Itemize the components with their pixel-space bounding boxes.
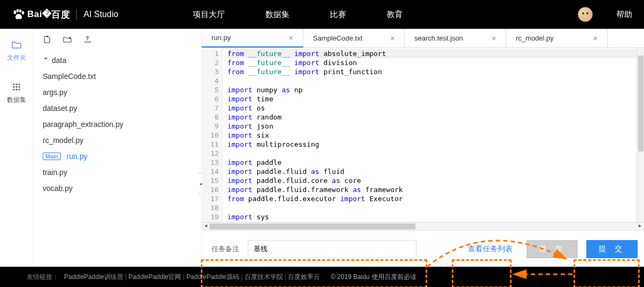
line-gutter: 123456789101112131415161718192021222324 xyxy=(202,48,223,222)
tree-item-label: run.py xyxy=(67,152,88,161)
view-tasks-link[interactable]: 查看任务列表 xyxy=(468,244,513,254)
tree-item-label: dataset.py xyxy=(43,104,77,113)
tree-item-SampleCode-txt[interactable]: SampleCode.txt xyxy=(33,68,201,84)
upload-icon[interactable] xyxy=(83,35,92,44)
tree-item-run-py[interactable]: Mainrun.py xyxy=(33,148,201,164)
close-icon[interactable]: × xyxy=(492,34,496,43)
svg-point-4 xyxy=(13,83,14,85)
svg-point-7 xyxy=(13,86,14,87)
tab-run-py[interactable]: run.py× xyxy=(202,29,303,47)
vertical-scrollbar[interactable] xyxy=(637,48,644,222)
new-folder-icon[interactable] xyxy=(63,35,72,44)
save-button[interactable]: 保 存 xyxy=(527,240,578,258)
tree-item-dataset-py[interactable]: dataset.py xyxy=(33,100,201,116)
help-link[interactable]: 帮助 xyxy=(616,10,632,20)
rail-files-label: 文件夹 xyxy=(7,53,26,62)
tree-item-label: train.py xyxy=(43,168,67,177)
file-panel: ⌃ data SampleCode.txtargs.pydataset.pypa… xyxy=(33,29,202,267)
svg-point-8 xyxy=(15,86,17,87)
close-icon[interactable]: × xyxy=(289,34,293,42)
ai-studio-label: AI Studio xyxy=(83,10,118,19)
svg-point-10 xyxy=(13,89,14,90)
tree-item-args-py[interactable]: args.py xyxy=(33,84,201,100)
new-file-icon[interactable] xyxy=(43,35,51,44)
tree-item-label: rc_model.py xyxy=(43,136,83,145)
editor-area: ◄ run.py×SampleCode.txt×search.test.json… xyxy=(202,29,644,267)
code-editor[interactable]: 123456789101112131415161718192021222324 … xyxy=(202,48,644,222)
tree-item-rc_model-py[interactable]: rc_model.py xyxy=(33,132,201,148)
horizontal-scrollbar[interactable] xyxy=(202,222,644,230)
tree-item-paragraph_extraction-py[interactable]: paragraph_extraction.py xyxy=(33,116,201,132)
tree-folder-data[interactable]: ⌃ data xyxy=(33,52,201,68)
footer: 友情链接： PaddlePaddle训练营 | PaddlePaddle官网 |… xyxy=(0,267,644,287)
rail-files[interactable]: 文件夹 xyxy=(7,39,26,62)
tree-item-vocab-py[interactable]: vocab.py xyxy=(33,180,201,196)
tree-item-train-py[interactable]: train.py xyxy=(33,164,201,180)
main-badge: Main xyxy=(43,153,61,160)
footer-link[interactable]: PaddlePaddle官网 xyxy=(129,273,182,281)
footer-link[interactable]: 百度效率云 xyxy=(288,273,320,281)
close-icon[interactable]: × xyxy=(390,34,395,43)
code-content[interactable]: from __future__ import absolute_importfr… xyxy=(223,48,644,222)
top-bar: Bai�百度 AI Studio 项目大厅 数据集 比赛 教育 帮助 xyxy=(0,0,644,29)
svg-point-1 xyxy=(17,9,19,12)
tree-item-label: vocab.py xyxy=(43,184,73,193)
footer-link[interactable]: PaddlePaddle训练营 xyxy=(64,273,123,281)
nav-menu: 项目大厅 数据集 比赛 教育 xyxy=(193,10,403,20)
divider xyxy=(76,9,77,20)
nav-projects[interactable]: 项目大厅 xyxy=(193,10,225,20)
footer-copyright: © 2019 Baidu 使用百度前必读 xyxy=(331,273,416,282)
tab-label: search.test.json xyxy=(414,34,463,42)
baidu-paw-icon xyxy=(12,9,26,20)
main-area: 文件夹 数据集 ⌃ data SampleCode.txtargs.pydata… xyxy=(0,29,644,267)
file-toolbar xyxy=(33,29,201,50)
svg-point-9 xyxy=(18,86,20,87)
svg-point-6 xyxy=(18,83,20,85)
tree-item-label: paragraph_extraction.py xyxy=(43,120,123,129)
svg-point-11 xyxy=(15,89,17,90)
submit-button[interactable]: 提 交 xyxy=(586,240,638,258)
tree-item-label: SampleCode.txt xyxy=(43,72,96,81)
nav-datasets[interactable]: 数据集 xyxy=(265,10,289,20)
tab-SampleCode-txt[interactable]: SampleCode.txt× xyxy=(303,29,405,47)
nav-edu[interactable]: 教育 xyxy=(387,10,403,20)
bottom-bar: 任务备注 查看任务列表 保 存 提 交 xyxy=(202,230,644,267)
svg-point-0 xyxy=(14,11,17,14)
footer-link[interactable]: 百度技术学院 xyxy=(245,273,283,281)
brand-pinyin: Bai xyxy=(27,9,42,20)
footer-link[interactable]: PaddlePaddle源码 xyxy=(186,273,239,281)
svg-point-12 xyxy=(18,89,20,90)
close-icon[interactable]: × xyxy=(593,34,598,43)
task-note-label: 任务备注 xyxy=(211,244,239,254)
tab-label: rc_model.py xyxy=(516,34,554,42)
svg-point-3 xyxy=(22,11,25,14)
rail-dataset-label: 数据集 xyxy=(7,95,26,105)
folder-icon xyxy=(11,39,22,50)
svg-point-2 xyxy=(19,10,21,13)
task-note-input[interactable] xyxy=(248,240,417,258)
avatar[interactable] xyxy=(578,7,593,22)
tab-label: SampleCode.txt xyxy=(313,34,363,42)
rail-dataset[interactable]: 数据集 xyxy=(7,82,26,105)
tab-label: run.py xyxy=(211,34,231,42)
tab-rc_model-py[interactable]: rc_model.py× xyxy=(506,29,608,47)
caret-down-icon: ⌃ xyxy=(43,56,48,65)
file-tree: ⌃ data SampleCode.txtargs.pydataset.pypa… xyxy=(33,50,201,198)
tab-search-test-json[interactable]: search.test.json× xyxy=(405,29,506,47)
dataset-icon xyxy=(11,82,22,92)
tab-bar: run.py×SampleCode.txt×search.test.json×r… xyxy=(202,29,644,48)
svg-point-5 xyxy=(15,83,17,85)
nav-compete[interactable]: 比赛 xyxy=(330,10,346,20)
left-rail: 文件夹 数据集 xyxy=(0,29,33,267)
footer-label: 友情链接： xyxy=(27,273,59,282)
brand-text: 百度 xyxy=(51,9,70,21)
logo[interactable]: Bai�百度 AI Studio xyxy=(12,9,118,21)
tree-folder-label: data xyxy=(52,56,66,65)
tree-item-label: args.py xyxy=(43,88,67,97)
